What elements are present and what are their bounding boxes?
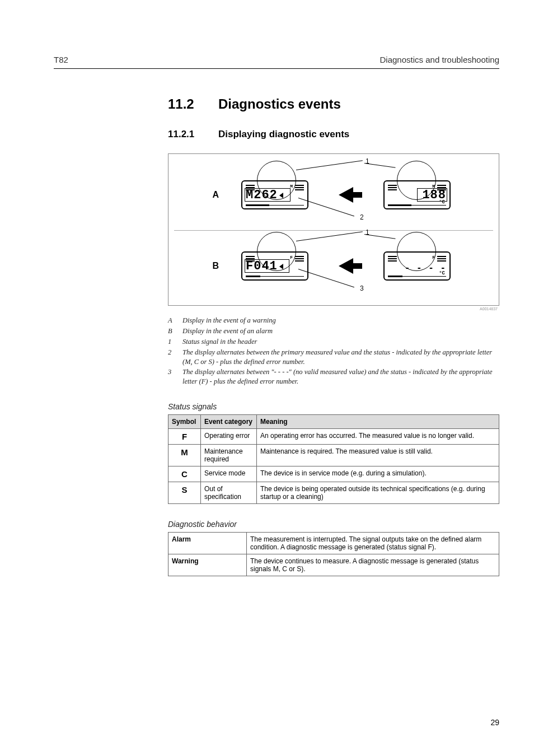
caption-key: 1 (168, 337, 182, 347)
cell-symbol: S (168, 482, 201, 504)
status-signals-heading: Status signals (168, 402, 499, 411)
caption-key: A (168, 316, 182, 325)
figure-label-b: B (174, 261, 236, 271)
caption-val: Status signal in the header (182, 337, 499, 347)
figure-caption: ADisplay in the event of a warning BDisp… (168, 316, 499, 386)
cell-key: Alarm (168, 533, 247, 554)
lcd-b-right-flag: F (432, 255, 435, 260)
main-content: 11.2Diagnostics events 11.2.1Displaying … (168, 96, 499, 576)
section-title: Diagnostics events (218, 96, 341, 111)
status-signals-table: Symbol Event category Meaning F Operatin… (168, 414, 499, 504)
figure-container: A M M262 M 188 °C (168, 153, 499, 306)
cell-val: The measurement is interrupted. The sign… (247, 533, 499, 554)
arrow-left-icon (339, 187, 353, 203)
diag-behavior-heading: Diagnostic behavior (168, 520, 499, 529)
section-number: 11.2 (168, 96, 218, 112)
leader-line (296, 160, 363, 170)
table-row: Warning The device continues to measure.… (168, 554, 499, 576)
subsection-title: Displaying diagnostic events (218, 129, 349, 139)
lcd-b-right: F - - - - °C (383, 251, 451, 281)
caption-key: 2 (168, 348, 182, 367)
leader-line (296, 231, 363, 241)
subsection-number: 11.2.1 (168, 129, 218, 140)
header-rule (54, 68, 499, 69)
figure-label-a: A (174, 190, 236, 200)
lcd-a-right: M 188 °C (383, 180, 451, 209)
table-row: M Maintenance required Maintenance is re… (168, 445, 499, 466)
th-symbol: Symbol (168, 415, 201, 429)
cell-symbol: M (168, 445, 201, 466)
table-row: Alarm The measurement is interrupted. Th… (168, 533, 499, 554)
caption-val: Display in the event of an alarm (182, 326, 499, 336)
figure-row-b: B F F041 F - - - - °C (174, 235, 493, 297)
cell-category: Service mode (201, 466, 257, 482)
callout-3: 3 (360, 284, 364, 292)
figure-id: A0014837 (480, 307, 498, 311)
cell-category: Maintenance required (201, 445, 257, 466)
table-row: C Service mode The device is in service … (168, 466, 499, 482)
cell-symbol: F (168, 429, 201, 445)
caption-key: 3 (168, 367, 182, 386)
section-heading: 11.2Diagnostics events (168, 96, 499, 112)
header-left: T82 (54, 55, 68, 64)
page-header: T82 Diagnostics and troubleshooting (54, 55, 499, 64)
figure-row-a: A M M262 M 188 °C (174, 164, 493, 226)
cell-meaning: Maintenance is required. The measured va… (257, 445, 499, 466)
caption-val: The display alternates between "- - - -"… (182, 367, 499, 386)
table-row: S Out of specification The device is bei… (168, 482, 499, 504)
cell-meaning: The device is being operated outside its… (257, 482, 499, 504)
lcd-b-left: F F041 (241, 251, 308, 281)
cell-meaning: The device is in service mode (e.g. duri… (257, 466, 499, 482)
cell-val: The device continues to measure. A diagn… (247, 554, 499, 576)
th-category: Event category (201, 415, 257, 429)
cell-category: Operating error (201, 429, 257, 445)
lcd-a-left: M M262 (241, 180, 308, 209)
diag-behavior-table: Alarm The measurement is interrupted. Th… (168, 532, 499, 576)
table-row: F Operating error An operating error has… (168, 429, 499, 445)
table-header-row: Symbol Event category Meaning (168, 415, 499, 429)
lcd-b-left-flag: F (290, 255, 293, 260)
caption-key: B (168, 326, 182, 336)
cell-key: Warning (168, 554, 247, 576)
callout-1b: 1 (366, 228, 369, 236)
th-meaning: Meaning (257, 415, 499, 429)
cell-category: Out of specification (201, 482, 257, 504)
callout-1: 1 (366, 157, 369, 165)
callout-2: 2 (360, 213, 364, 221)
caption-val: The display alternates between the prima… (182, 348, 499, 367)
page-number: 29 (490, 718, 499, 727)
highlight-box (417, 188, 447, 202)
cell-symbol: C (168, 466, 201, 482)
caption-val: Display in the event of a warning (182, 316, 499, 325)
highlight-box (245, 188, 291, 202)
highlight-box (245, 259, 289, 273)
figure-divider (174, 230, 493, 231)
arrow-left-icon (339, 258, 353, 274)
header-right: Diagnostics and troubleshooting (380, 55, 499, 64)
cell-meaning: An operating error has occurred. The mea… (257, 429, 499, 445)
subsection-heading: 11.2.1Displaying diagnostic events (168, 129, 499, 140)
